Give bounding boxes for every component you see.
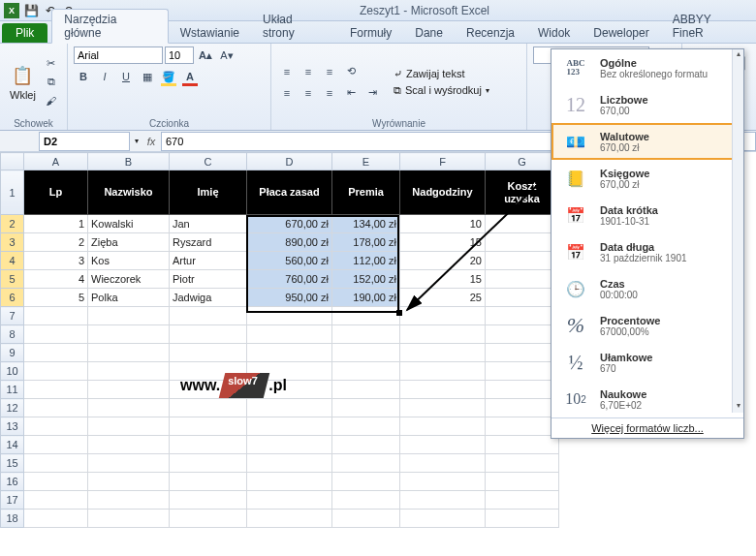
tab-file[interactable]: Plik	[2, 23, 47, 43]
gallery-scrollbar[interactable]: ▴ ▾	[732, 49, 743, 413]
tab-insert[interactable]: Wstawianie	[169, 23, 251, 43]
row-header[interactable]: 8	[1, 325, 24, 344]
cell[interactable]: 134,00 zł	[332, 215, 400, 233]
col-header[interactable]: B	[88, 153, 170, 170]
align-left-icon[interactable]: ≡	[277, 84, 297, 102]
tab-review[interactable]: Recenzja	[455, 23, 526, 43]
row-header[interactable]: 13	[1, 417, 24, 436]
cell[interactable]: Premia	[332, 170, 400, 215]
fill-color-icon[interactable]: 🪣	[159, 68, 178, 85]
cell[interactable]	[486, 252, 559, 270]
cell[interactable]	[486, 270, 559, 289]
tab-data[interactable]: Dane	[403, 23, 455, 43]
tab-developer[interactable]: Deweloper	[582, 23, 660, 43]
font-color-icon[interactable]: A	[180, 68, 200, 85]
select-all-corner[interactable]	[1, 153, 24, 170]
more-number-formats[interactable]: Więcej formatów liczb...	[551, 417, 743, 438]
align-middle-icon[interactable]: ≡	[299, 63, 318, 80]
cell[interactable]: Artur	[170, 252, 247, 270]
cell[interactable]: Kowalski	[88, 215, 170, 233]
font-size-input[interactable]	[165, 46, 194, 64]
col-header[interactable]: E	[332, 153, 400, 170]
row-header[interactable]: 1	[1, 170, 24, 215]
cell[interactable]: Kos	[88, 252, 170, 270]
col-header[interactable]: C	[170, 153, 247, 170]
name-box[interactable]	[39, 132, 130, 151]
cell[interactable]: 890,00 zł	[247, 233, 332, 252]
col-header[interactable]: F	[400, 153, 486, 170]
borders-icon[interactable]: ▦	[138, 68, 157, 85]
cell[interactable]: Jan	[170, 215, 247, 233]
cell[interactable]: 15	[400, 233, 486, 252]
cell[interactable]: Nadgodziny	[400, 170, 486, 215]
row-header[interactable]: 2	[1, 215, 24, 233]
cell[interactable]: 760,00 zł	[247, 270, 332, 289]
format-item-fraction[interactable]: ½ Ułamkowe670	[551, 344, 743, 381]
col-header[interactable]: A	[24, 153, 88, 170]
indent-dec-icon[interactable]: ⇤	[341, 84, 361, 102]
cell[interactable]: Nazwisko	[88, 170, 170, 215]
tab-view[interactable]: Widok	[526, 23, 582, 43]
cell[interactable]: 560,00 zł	[247, 252, 332, 270]
cell[interactable]: 112,00 zł	[332, 252, 400, 270]
orientation-icon[interactable]: ⟲	[341, 63, 361, 80]
align-bottom-icon[interactable]: ≡	[320, 63, 339, 80]
cell[interactable]: 152,00 zł	[332, 270, 400, 289]
cell[interactable]: 190,00 zł	[332, 289, 400, 307]
row-header[interactable]: 3	[1, 233, 24, 252]
cell[interactable]: Piotr	[170, 270, 247, 289]
fx-icon[interactable]: fx	[142, 136, 161, 147]
grow-font-icon[interactable]: A▴	[196, 46, 215, 64]
copy-icon[interactable]: ⧉	[42, 74, 61, 91]
row-header[interactable]: 17	[1, 491, 24, 510]
cell[interactable]: 1	[24, 215, 88, 233]
tab-home[interactable]: Narzędzia główne	[51, 9, 168, 44]
col-header[interactable]: D	[247, 153, 332, 170]
italic-button[interactable]: I	[95, 68, 114, 85]
align-top-icon[interactable]: ≡	[277, 63, 297, 80]
shrink-font-icon[interactable]: A▾	[217, 46, 236, 64]
format-item-long-date[interactable]: 📅 Data długa31 październik 1901	[551, 233, 743, 270]
format-item-number[interactable]: 12 Liczbowe670,00	[551, 86, 743, 123]
cell[interactable]: Płaca zasad	[247, 170, 332, 215]
row-header[interactable]: 10	[1, 362, 24, 381]
row-header[interactable]: 14	[1, 436, 24, 454]
row-header[interactable]: 11	[1, 381, 24, 399]
tab-formulas[interactable]: Formuły	[338, 23, 403, 43]
name-box-dropdown-icon[interactable]: ▾	[132, 137, 142, 145]
row-header[interactable]: 12	[1, 399, 24, 417]
cell[interactable]: 4	[24, 270, 88, 289]
cell[interactable]: 10	[400, 215, 486, 233]
row-header[interactable]: 5	[1, 270, 24, 289]
align-right-icon[interactable]: ≡	[320, 84, 339, 102]
cell[interactable]: Zięba	[88, 233, 170, 252]
cell[interactable]: Wieczorek	[88, 270, 170, 289]
bold-button[interactable]: B	[74, 68, 93, 85]
row-header[interactable]: 6	[1, 289, 24, 307]
format-item-accounting[interactable]: 📒 Księgowe670,00 zł	[551, 160, 743, 197]
tab-abbyy[interactable]: ABBYY FineR	[661, 10, 756, 43]
format-item-short-date[interactable]: 📅 Data krótka1901-10-31	[551, 197, 743, 233]
format-painter-icon[interactable]: 🖌	[42, 92, 61, 109]
row-header[interactable]: 16	[1, 473, 24, 491]
selection-handle[interactable]	[396, 310, 402, 316]
col-header[interactable]: G	[486, 153, 559, 170]
indent-inc-icon[interactable]: ⇥	[362, 84, 382, 102]
cell[interactable]: 670,00 zł	[247, 215, 332, 233]
font-name-input[interactable]	[74, 46, 163, 64]
row-header[interactable]: 15	[1, 454, 24, 473]
cell[interactable]: 25	[400, 289, 486, 307]
format-item-general[interactable]: ABC123 OgólneBez określonego formatu	[551, 49, 743, 86]
cell[interactable]: 3	[24, 252, 88, 270]
row-header[interactable]: 18	[1, 510, 24, 528]
cell[interactable]: 20	[400, 252, 486, 270]
align-center-icon[interactable]: ≡	[299, 84, 318, 102]
cut-icon[interactable]: ✂	[42, 55, 61, 73]
save-icon[interactable]: 💾	[23, 3, 39, 18]
tab-layout[interactable]: Układ strony	[251, 10, 338, 43]
cell[interactable]: 2	[24, 233, 88, 252]
cell[interactable]	[486, 215, 559, 233]
underline-button[interactable]: U	[116, 68, 136, 85]
row-header[interactable]: 7	[1, 307, 24, 325]
cell[interactable]: Jadwiga	[170, 289, 247, 307]
